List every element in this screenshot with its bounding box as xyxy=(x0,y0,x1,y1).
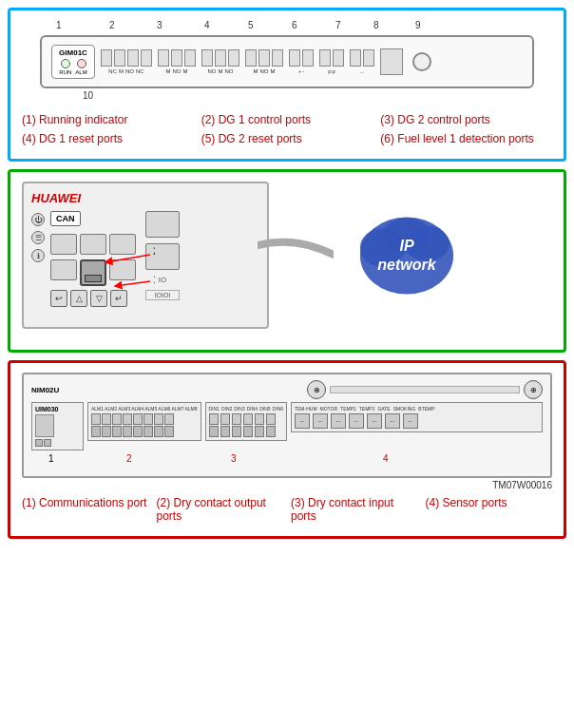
m-label: M xyxy=(166,68,171,74)
sensor-lbl: TEMP2 xyxy=(359,406,375,412)
p3-desc4: (4) Sensor ports xyxy=(426,496,553,523)
num9: 9 xyxy=(415,20,421,30)
alarm-ports-row2 xyxy=(91,426,198,437)
m-label: M xyxy=(119,68,124,74)
din-port xyxy=(243,426,253,437)
huawei-brand: HUAWEI xyxy=(31,191,259,205)
port xyxy=(245,49,257,67)
desc2: (2) DG 1 control ports xyxy=(201,113,373,126)
din-port xyxy=(255,426,264,437)
globe-left-icon: ⊕ xyxy=(307,380,326,399)
sensor-labels-row: TEM-HUM MOTOR TEMP1 TEMP2 GATE SMOKING B… xyxy=(295,406,539,412)
no-label2: NO xyxy=(225,68,234,74)
desc5: (5) DG 2 reset ports xyxy=(201,132,373,145)
din-port xyxy=(220,426,230,437)
alarm-port xyxy=(91,426,101,437)
din-block: DIN1 DIN2 DIN3 DIN4 DIN5 DIN6 xyxy=(205,402,287,441)
panel1-descriptions: (1) Running indicator (2) DG 1 control p… xyxy=(22,113,552,145)
din-port xyxy=(209,426,219,437)
port xyxy=(184,49,196,67)
alm-lbl: ALM4 xyxy=(131,406,144,412)
minus-label: - xyxy=(302,68,304,74)
alm-lbl: ALM3 xyxy=(118,406,130,412)
m-label: M xyxy=(219,68,223,74)
port xyxy=(333,49,344,67)
din-port xyxy=(232,413,241,425)
alarm-port xyxy=(164,413,174,425)
alm-lbl: ALM6 xyxy=(158,406,170,412)
port xyxy=(127,49,139,67)
alm-lbl: ALM2 xyxy=(105,406,117,412)
port xyxy=(141,49,152,67)
cable-svg xyxy=(258,236,334,274)
din-lbl: DIN3 xyxy=(234,406,244,412)
alm-lbl: ALM7 xyxy=(171,406,183,412)
small-ports-row xyxy=(35,439,80,447)
ip-cloud-wrapper: IP network xyxy=(354,208,459,303)
port-area: 2 1 xyxy=(50,234,136,282)
nim-num1: 1 xyxy=(48,453,54,464)
globe-right-icon: ⊕ xyxy=(524,380,543,399)
ip-network-area: IP network xyxy=(354,208,459,303)
svg-line-0 xyxy=(105,255,150,262)
alarm-labels-row: ALM1 ALM2 ALM3 ALM4 ALM5 ALM6 ALM7 ALM8 xyxy=(91,406,198,412)
alarm-port xyxy=(91,413,101,425)
alm-lbl: ALM5 xyxy=(144,406,157,412)
small-port xyxy=(35,439,43,447)
port xyxy=(272,49,283,67)
p3-desc1: (1) Communications port xyxy=(22,496,149,523)
alarm-port xyxy=(144,426,153,437)
huawei-device: HUAWEI ⏻ ☰ ℹ CAN xyxy=(22,182,269,329)
nc-label: NC xyxy=(108,68,117,74)
sensor-lbl: TEM-HUM xyxy=(295,406,317,412)
sensor-block: TEM-HUM MOTOR TEMP1 TEMP2 GATE SMOKING B… xyxy=(291,402,543,432)
hw-content: ⏻ ☰ ℹ CAN xyxy=(31,211,259,307)
num2: 2 xyxy=(109,20,115,30)
hw-middle: CAN xyxy=(50,211,136,307)
alm-indicator xyxy=(77,59,86,68)
num8: 8 xyxy=(373,20,379,30)
sensor-lbl: MOTOR xyxy=(320,406,338,412)
alarm-port xyxy=(164,426,174,437)
din-port xyxy=(243,413,253,425)
m-label: M xyxy=(254,68,258,74)
nim-num2: 2 xyxy=(126,453,132,464)
num7: 7 xyxy=(335,20,341,30)
port xyxy=(319,49,331,67)
sensor-lbl: TEMP1 xyxy=(340,406,356,412)
din-lbl: DIN2 xyxy=(221,406,232,412)
no-label: NO xyxy=(208,68,217,74)
din-port xyxy=(232,426,241,437)
nim-num3: 3 xyxy=(231,453,237,464)
rst2-ports: M NO M xyxy=(245,49,283,74)
alarm-ports xyxy=(91,413,198,425)
sensor-port: ··· xyxy=(313,413,328,429)
sensor-port: ··· xyxy=(331,413,346,429)
sensor-port: ··· xyxy=(349,413,364,429)
alarm-port xyxy=(133,426,143,437)
comm-port xyxy=(35,414,54,437)
desc3: (3) DG 2 control ports xyxy=(380,113,552,126)
p3-desc2: (2) Dry contact output ports xyxy=(157,496,284,523)
panel1-diagram: 1 2 3 4 5 6 7 8 9 GIM01C RUN xyxy=(22,20,552,104)
no-label: NO xyxy=(173,68,182,74)
info-icon: ℹ xyxy=(31,249,45,262)
no-label: NO xyxy=(125,68,134,74)
din-port xyxy=(220,413,230,425)
rst1-ports: NO M NO xyxy=(201,49,239,74)
can-label: CAN xyxy=(50,211,81,226)
sensor-lbl: SMOKING xyxy=(393,406,416,412)
din-port xyxy=(255,413,264,425)
nc-label2: NC xyxy=(136,68,144,74)
pr-label: p xyxy=(333,68,335,74)
sensor-port: ··· xyxy=(367,413,382,429)
dg1-ctl-ports: NC M NO NC xyxy=(101,49,152,74)
ip-text: IP network xyxy=(377,237,435,273)
p3-desc3: (3) Dry contact input ports xyxy=(291,496,418,523)
sensor-port: ··· xyxy=(295,413,310,429)
din-lbl: DIN6 xyxy=(273,406,283,412)
device-model: GIM01C xyxy=(59,48,87,57)
sensor-ports: ··· ··· ··· ··· ··· ··· ··· xyxy=(295,413,539,429)
a1-ports: + - xyxy=(289,49,314,74)
port xyxy=(101,49,112,67)
